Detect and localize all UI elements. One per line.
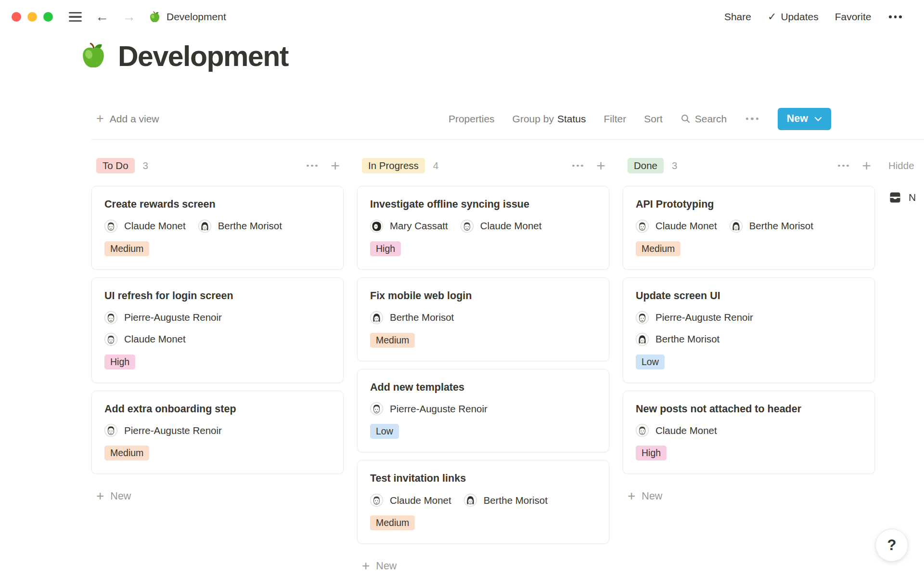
column-count: 4 [433,160,438,171]
assignee: Berthe Morisot [370,311,454,324]
priority-badge: High [370,241,401,256]
share-button[interactable]: Share [724,11,751,23]
check-icon: ✓ [768,11,776,23]
search-button[interactable]: Search [680,113,727,125]
assignee-name: Berthe Morisot [218,220,282,232]
task-card[interactable]: Fix mobile web login Berthe Morisot Medi… [357,277,609,361]
assignees: Claude Monet Berthe Morisot [636,220,862,233]
plus-icon: + [628,489,635,503]
task-card[interactable]: Create rewards screen Claude Monet Berth… [91,186,344,270]
assignee: Berthe Morisot [198,220,282,233]
new-card-label: New [642,490,662,502]
card-title: API Prototyping [636,198,862,211]
assignee-name: Claude Monet [655,425,717,436]
filter-button[interactable]: Filter [604,113,627,125]
card-title: Investigate offline syncing issue [370,198,596,211]
hidden-columns-label[interactable]: Hidde [888,156,924,175]
properties-button[interactable]: Properties [449,113,495,125]
assignee: Claude Monet [636,220,717,233]
task-card[interactable]: Add extra onboarding step Pierre-Auguste… [91,391,344,474]
board-column-in-progress: In Progress 4 + Investigate offline sync… [357,156,609,573]
morisot-avatar [198,220,211,233]
new-card-button[interactable]: + New [623,489,875,503]
group-by-button[interactable]: Group byStatus [513,113,586,125]
plus-icon: + [96,489,104,503]
new-card-button[interactable]: + New [357,559,609,573]
column-status-badge[interactable]: To Do [96,158,135,173]
assignee-name: Berthe Morisot [749,220,813,232]
zoom-window-button[interactable] [43,12,53,22]
sort-button[interactable]: Sort [644,113,663,125]
cassatt-avatar [370,220,383,233]
column-more-icon[interactable] [837,165,850,167]
monet-avatar [104,220,117,233]
assignee-row: Berthe Morisot [370,311,596,324]
sidebar-toggle-icon[interactable] [69,12,82,22]
column-status-badge[interactable]: In Progress [362,158,425,173]
column-header: To Do 3 + [91,156,344,175]
task-card[interactable]: Add new templates Pierre-Auguste Renoir … [357,369,609,453]
plus-icon: + [362,559,370,573]
assignee-row: Claude Monet [104,333,331,346]
hidden-group-item[interactable]: N [888,191,924,204]
search-icon [680,114,691,124]
card-title: Add new templates [370,381,596,394]
assignee: Berthe Morisot [730,220,813,233]
assignee-name: Pierre-Auguste Renoir [655,312,753,323]
green-apple-icon[interactable] [78,41,108,71]
card-title: Test invitation links [370,473,596,485]
column-add-card-icon[interactable]: + [862,158,871,173]
card-list: Create rewards screen Claude Monet Berth… [91,186,344,474]
board-column-done: Done 3 + API Prototyping Claude Monet Be… [623,156,875,573]
back-button[interactable]: ← [95,10,109,24]
assignee-row: Claude Monet Berthe Morisot [636,220,862,233]
priority-badge: High [636,446,667,460]
task-card[interactable]: Test invitation links Claude Monet Berth… [357,460,609,544]
chevron-down-icon [814,117,822,122]
more-options-icon[interactable] [888,15,903,18]
breadcrumb[interactable]: Development [148,11,226,24]
task-card[interactable]: Investigate offline syncing issue Mary C… [357,186,609,270]
updates-button[interactable]: ✓ Updates [768,11,819,23]
column-status-badge[interactable]: Done [628,158,664,173]
column-count: 3 [672,160,677,171]
page-title: Development [118,41,288,72]
window-topbar: ← → Development Share ✓ Updates Favorite [0,0,924,34]
view-more-options-icon[interactable] [744,118,760,120]
assignee-name: Claude Monet [655,220,717,232]
add-view-button[interactable]: + Add a view [96,112,159,125]
card-list: Investigate offline syncing issue Mary C… [357,186,609,544]
favorite-button[interactable]: Favorite [835,11,872,23]
column-add-card-icon[interactable]: + [331,158,340,173]
minimize-window-button[interactable] [27,12,37,22]
assignee: Berthe Morisot [464,494,548,507]
assignees: Claude Monet [636,424,862,437]
priority-badge: High [104,355,135,369]
task-card[interactable]: New posts not attached to header Claude … [623,391,875,474]
column-more-icon[interactable] [571,165,585,167]
task-card[interactable]: UI refresh for login screen Pierre-Augus… [91,277,344,383]
new-button[interactable]: New [778,108,831,130]
assignee-name: Berthe Morisot [484,495,548,506]
task-card[interactable]: API Prototyping Claude Monet Berthe Mori… [623,186,875,270]
assignee-row: Mary Cassatt Claude Monet [370,220,596,233]
forward-button[interactable]: → [122,10,136,24]
task-card[interactable]: Update screen UI Pierre-Auguste Renoir B… [623,277,875,383]
column-add-card-icon[interactable]: + [596,158,605,173]
assignee-row: Pierre-Auguste Renoir [370,402,596,415]
assignee-row: Claude Monet Berthe Morisot [104,220,331,233]
assignee-name: Claude Monet [480,220,542,232]
help-button[interactable]: ? [875,529,908,562]
new-card-button[interactable]: + New [91,489,344,503]
assignee-row: Berthe Morisot [636,333,862,346]
assignee-name: Berthe Morisot [655,333,719,345]
assignee-row: Pierre-Auguste Renoir [104,424,331,437]
close-window-button[interactable] [12,12,21,22]
assignees: Claude Monet Berthe Morisot [104,220,331,233]
priority-badge: Medium [104,446,149,460]
column-header: Done 3 + [623,156,875,175]
hidden-columns-panel: Hidde N [888,156,924,204]
new-card-label: New [376,560,397,572]
priority-badge: Low [370,424,399,439]
column-more-icon[interactable] [306,165,319,167]
